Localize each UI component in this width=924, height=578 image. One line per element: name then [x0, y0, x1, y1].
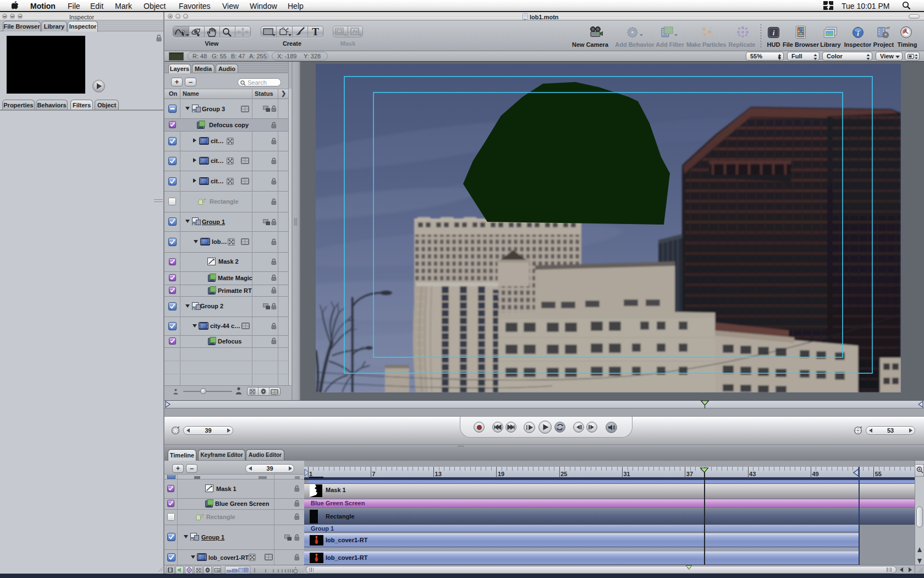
svg-text:3: 3 — [827, 3, 830, 9]
svg-text:i: i — [773, 29, 775, 37]
svg-text:i: i — [857, 29, 859, 37]
